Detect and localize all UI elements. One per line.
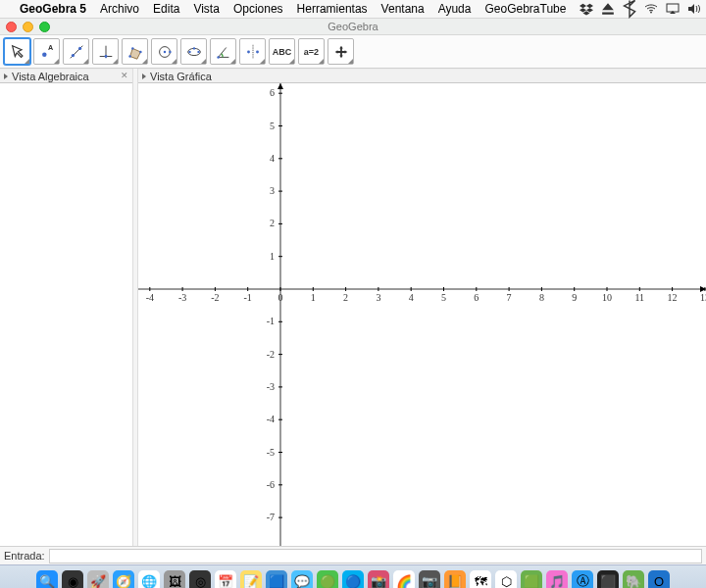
mac-menubar: GeoGebra 5 Archivo Edita Vista Opciones … <box>0 0 706 19</box>
svg-point-10 <box>128 55 131 58</box>
svg-point-11 <box>131 47 134 50</box>
algebra-view-title: Vista Algebraica <box>12 71 89 82</box>
svg-point-12 <box>139 50 142 53</box>
reflect-tool[interactable] <box>239 38 266 65</box>
dock-bluejeans[interactable]: 🟦 <box>266 570 287 588</box>
dock-safari[interactable]: 🧭 <box>113 570 134 588</box>
svg-point-9 <box>104 55 107 58</box>
svg-text:9: 9 <box>572 292 577 303</box>
line-tool[interactable] <box>63 38 89 65</box>
dock-chrome[interactable]: 🌐 <box>138 570 160 588</box>
dropbox-icon[interactable] <box>580 2 593 16</box>
dock-evernote[interactable]: 🐘 <box>623 570 644 588</box>
airplay-icon[interactable] <box>666 2 680 16</box>
close-icon[interactable]: ✕ <box>121 71 129 79</box>
disclosure-triangle-icon <box>4 74 8 79</box>
window-close-button[interactable] <box>6 22 17 32</box>
dock-preview[interactable]: 🖼 <box>164 570 185 588</box>
dock-ibooks[interactable]: 📙 <box>444 570 466 588</box>
svg-text:6: 6 <box>474 292 479 303</box>
conic-tool[interactable] <box>180 38 207 65</box>
volume-icon[interactable] <box>687 2 701 16</box>
dock-itunes[interactable]: 🎵 <box>546 570 568 588</box>
bluetooth-icon[interactable] <box>623 2 636 16</box>
dock-calendar[interactable]: 📅 <box>215 570 236 588</box>
svg-text:7: 7 <box>507 292 512 303</box>
graphic-view-header[interactable]: Vista Gráfica <box>138 69 706 83</box>
dock-messages[interactable]: 💬 <box>291 570 313 588</box>
geogebra-toolbar: AABCa=2 <box>0 35 706 69</box>
svg-text:5: 5 <box>441 292 446 303</box>
dock-finder[interactable]: 🔍 <box>36 570 58 588</box>
graphic-canvas[interactable]: -4-3-2-1012345678910111213-7-6-5-4-3-2-1… <box>138 83 706 546</box>
move-view-tool[interactable] <box>328 38 354 65</box>
menu-herramientas[interactable]: Herramientas <box>297 2 368 16</box>
window-zoom-button[interactable] <box>39 22 50 32</box>
disclosure-triangle-icon <box>142 74 146 79</box>
svg-point-5 <box>71 53 74 56</box>
svg-text:-6: -6 <box>267 479 275 490</box>
menu-edita[interactable]: Edita <box>153 2 179 16</box>
svg-point-23 <box>256 50 259 53</box>
algebra-view-header[interactable]: Vista Algebraica ✕ <box>0 69 132 83</box>
perpendicular-tool[interactable] <box>92 38 119 65</box>
svg-text:13: 13 <box>700 292 706 303</box>
angle-tool[interactable] <box>210 38 236 65</box>
dock-photos[interactable]: 🌈 <box>393 570 415 588</box>
menu-vista[interactable]: Vista <box>193 2 219 16</box>
circle-tool[interactable] <box>151 38 177 65</box>
window-minimize-button[interactable] <box>23 22 33 32</box>
svg-text:6: 6 <box>270 87 275 98</box>
dock-maps[interactable]: 🗺 <box>470 570 491 588</box>
move-tool[interactable] <box>4 38 30 65</box>
slider-tool[interactable]: a=2 <box>298 38 325 65</box>
eject-icon[interactable] <box>601 2 615 16</box>
window-titlebar: GeoGebra <box>0 19 706 35</box>
dock-camtasia[interactable]: 🟩 <box>521 570 542 588</box>
svg-point-14 <box>163 50 166 53</box>
svg-point-17 <box>188 50 190 52</box>
dock-notes[interactable]: 📝 <box>240 570 262 588</box>
mac-dock: 🔍◉🚀🧭🌐🖼◎📅📝🟦💬🟢🔵📸🌈📷📙🗺⬡🟩🎵Ⓐ⬛🐘O <box>0 564 706 588</box>
coordinate-axes: -4-3-2-1012345678910111213-7-6-5-4-3-2-1… <box>138 83 706 546</box>
svg-point-0 <box>651 12 653 14</box>
polygon-tool[interactable] <box>122 38 148 65</box>
wifi-icon[interactable] <box>644 2 658 16</box>
app-name[interactable]: GeoGebra 5 <box>20 2 86 16</box>
dock-launchpad[interactable]: 🚀 <box>87 570 109 588</box>
svg-text:0: 0 <box>278 292 283 303</box>
menu-opciones[interactable]: Opciones <box>233 2 283 16</box>
dock-dashboard[interactable]: ◎ <box>189 570 211 588</box>
dock-siri[interactable]: ◉ <box>62 570 83 588</box>
dock-terminal[interactable]: ⬛ <box>597 570 619 588</box>
svg-text:1: 1 <box>270 251 275 262</box>
dock-wechat[interactable]: 🟢 <box>317 570 338 588</box>
svg-text:-1: -1 <box>244 292 252 303</box>
svg-text:-5: -5 <box>267 447 275 458</box>
svg-point-15 <box>169 50 172 53</box>
dock-photobooth[interactable]: 📸 <box>368 570 389 588</box>
command-input[interactable] <box>49 549 702 564</box>
svg-text:-1: -1 <box>267 316 275 326</box>
menu-ayuda[interactable]: Ayuda <box>438 2 472 16</box>
svg-text:2: 2 <box>270 218 275 228</box>
svg-text:-2: -2 <box>211 292 219 303</box>
point-tool[interactable]: A <box>33 38 60 65</box>
svg-text:8: 8 <box>539 292 544 303</box>
menu-ventana[interactable]: Ventana <box>381 2 425 16</box>
dock-skype[interactable]: 🔵 <box>342 570 364 588</box>
dock-appstore[interactable]: Ⓐ <box>572 570 593 588</box>
svg-text:-3: -3 <box>267 381 275 392</box>
svg-text:1: 1 <box>311 292 316 303</box>
svg-text:5: 5 <box>270 121 275 131</box>
menu-geogebratube[interactable]: GeoGebraTube <box>484 2 566 16</box>
algebra-view-body[interactable] <box>0 83 132 546</box>
text-tool[interactable]: ABC <box>269 38 295 65</box>
svg-text:4: 4 <box>409 292 414 303</box>
dock-camera[interactable]: 📷 <box>419 570 440 588</box>
svg-text:2: 2 <box>343 292 348 303</box>
dock-geogebra[interactable]: ⬡ <box>495 570 517 588</box>
input-bar: Entrada: <box>0 546 706 564</box>
menu-archivo[interactable]: Archivo <box>100 2 139 16</box>
dock-outlook[interactable]: O <box>648 570 670 588</box>
